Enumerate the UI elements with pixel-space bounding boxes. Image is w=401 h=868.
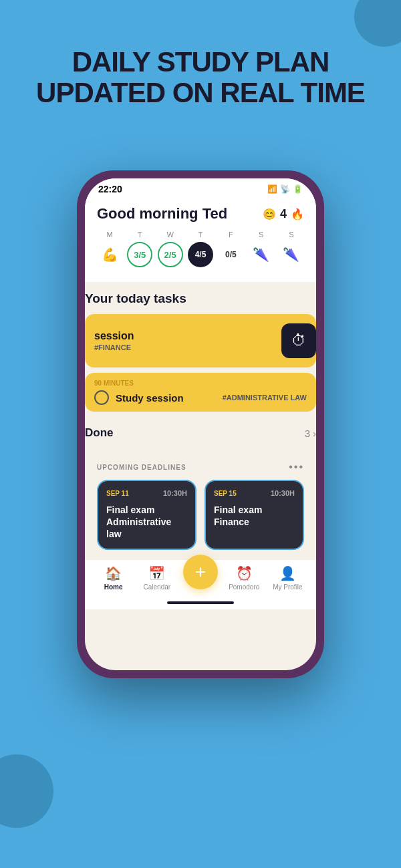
- home-label: Home: [104, 583, 123, 591]
- upcoming-section: UPCOMING DEADLINES ••• SEP 11 10:30H Fin…: [85, 454, 316, 550]
- task-active-tag: #FINANCE: [94, 343, 134, 351]
- header-line2: UPDATED ON REAL TIME: [20, 78, 381, 108]
- day-col-thu: T 4/5: [188, 231, 213, 267]
- day-label-mon: M: [106, 231, 112, 239]
- nav-item-fab[interactable]: +: [178, 567, 222, 589]
- greeting-text: Good morning Ted: [97, 205, 227, 223]
- task-timer-button[interactable]: ⏱: [281, 323, 316, 358]
- bottom-nav: 🏠 Home 📅 Calendar + ⏰ Pomodoro 👤 My Prof…: [85, 559, 316, 597]
- deadline-top-2: SEP 15 10:30H: [214, 489, 295, 497]
- home-indicator-bar: [167, 601, 234, 604]
- nav-item-home[interactable]: 🏠 Home: [92, 565, 135, 591]
- task-pending-tag: #ADMINISTRATIVE LAW: [223, 394, 307, 402]
- day-label-sun: S: [289, 231, 293, 239]
- day-col-sun: S 🌂: [279, 231, 304, 267]
- deadline-card-2[interactable]: SEP 15 10:30H Final exam Finance: [205, 480, 304, 550]
- tasks-section: Your today tasks session #FINANCE ⏱ 90 M…: [85, 282, 316, 454]
- week-calendar: M 💪 T 3/5 W 2/5 T 4/5 F 0/5: [97, 231, 304, 275]
- task-card-pending[interactable]: 90 MINUTES Study session #ADMINISTRATIVE…: [85, 373, 316, 412]
- done-count: 3: [305, 428, 310, 439]
- status-icons: 📶 📡 🔋: [267, 184, 303, 194]
- task-active-left: session #FINANCE: [94, 330, 134, 351]
- nav-item-calendar[interactable]: 📅 Calendar: [135, 565, 178, 591]
- header-tagline: DAILY STUDY PLAN UPDATED ON REAL TIME: [0, 47, 401, 108]
- day-label-sat: S: [259, 231, 263, 239]
- status-time: 22:20: [98, 184, 122, 194]
- pomodoro-label: Pomodoro: [229, 583, 259, 591]
- greeting-right: 😊 4 🔥: [263, 207, 304, 221]
- tasks-section-title: Your today tasks: [85, 291, 316, 306]
- upcoming-dots[interactable]: •••: [289, 461, 304, 473]
- day-item-mon[interactable]: 💪: [97, 242, 122, 267]
- day-col-mon: M 💪: [97, 231, 122, 267]
- day-item-sat[interactable]: 🌂: [249, 242, 274, 267]
- profile-label: My Profile: [273, 583, 302, 591]
- deadline-time-1: 10:30H: [163, 489, 187, 497]
- app-content: Good morning Ted 😊 4 🔥 M 💪 T 3/5: [85, 198, 316, 282]
- home-icon: 🏠: [105, 565, 122, 581]
- task-pending-title: Study session: [116, 392, 184, 404]
- timer-icon: ⏱: [291, 332, 306, 349]
- done-label: Done: [85, 426, 114, 440]
- header-line1: DAILY STUDY PLAN: [20, 47, 381, 78]
- phone-screen: 22:20 📶 📡 🔋 Good morning Ted 😊 4 🔥: [85, 178, 316, 670]
- status-bar: 22:20 📶 📡 🔋: [85, 178, 316, 198]
- task-pending-row: Study session #ADMINISTRATIVE LAW: [94, 390, 307, 405]
- deadline-card-1[interactable]: SEP 11 10:30H Final exam Administrative …: [97, 480, 196, 550]
- signal-icon: 📶: [267, 184, 277, 194]
- streak-count: 4: [280, 207, 287, 221]
- done-row[interactable]: Done 3 ›: [85, 417, 316, 445]
- day-item-fri[interactable]: 0/5: [218, 242, 243, 267]
- day-col-sat: S 🌂: [249, 231, 274, 267]
- pomodoro-icon: ⏰: [236, 565, 253, 581]
- day-col-wed: W 2/5: [158, 231, 183, 267]
- deadline-date-1: SEP 11: [106, 490, 129, 497]
- nav-item-pomodoro[interactable]: ⏰ Pomodoro: [223, 565, 266, 591]
- fire-emoji: 🔥: [291, 208, 304, 221]
- deadline-title-1: Final exam Administrative law: [106, 504, 187, 541]
- deadline-title-2: Final exam Finance: [214, 504, 295, 528]
- home-indicator: [85, 597, 316, 609]
- nav-item-profile[interactable]: 👤 My Profile: [266, 565, 309, 591]
- fab-plus-icon: +: [195, 561, 206, 583]
- day-item-tue[interactable]: 3/5: [127, 242, 152, 267]
- battery-icon: 🔋: [293, 184, 303, 194]
- upcoming-header: UPCOMING DEADLINES •••: [97, 461, 304, 473]
- day-item-wed[interactable]: 2/5: [158, 242, 183, 267]
- greeting-row: Good morning Ted 😊 4 🔥: [97, 198, 304, 231]
- deadline-time-2: 10:30H: [271, 489, 295, 497]
- bg-decoration-top: [354, 0, 401, 47]
- fab-button[interactable]: +: [183, 555, 218, 589]
- greeting-emoji: 😊: [263, 208, 276, 221]
- task-card-active[interactable]: session #FINANCE ⏱: [85, 314, 316, 368]
- deadline-date-2: SEP 15: [214, 490, 237, 497]
- phone-frame: 22:20 📶 📡 🔋 Good morning Ted 😊 4 🔥: [77, 170, 324, 678]
- day-label-wed: W: [166, 231, 173, 239]
- done-chevron: ›: [313, 428, 316, 439]
- calendar-label: Calendar: [144, 583, 171, 591]
- day-label-thu: T: [198, 231, 203, 239]
- deadline-top-1: SEP 11 10:30H: [106, 489, 187, 497]
- calendar-icon: 📅: [148, 565, 165, 581]
- day-item-sun[interactable]: 🌂: [279, 242, 304, 267]
- bg-decoration-bottom: [0, 754, 53, 828]
- task-check-circle[interactable]: [94, 390, 109, 405]
- deadlines-row: SEP 11 10:30H Final exam Administrative …: [97, 480, 304, 550]
- task-minutes: 90 MINUTES: [94, 380, 307, 387]
- day-col-tue: T 3/5: [127, 231, 152, 267]
- task-active-title: session: [94, 330, 134, 342]
- day-label-fri: F: [229, 231, 233, 239]
- day-label-tue: T: [138, 231, 142, 239]
- done-count-row: 3 ›: [305, 428, 316, 439]
- day-item-thu[interactable]: 4/5: [188, 242, 213, 267]
- wifi-icon: 📡: [280, 184, 290, 194]
- day-col-fri: F 0/5: [218, 231, 243, 267]
- upcoming-title: UPCOMING DEADLINES: [97, 464, 186, 471]
- profile-icon: 👤: [279, 565, 296, 581]
